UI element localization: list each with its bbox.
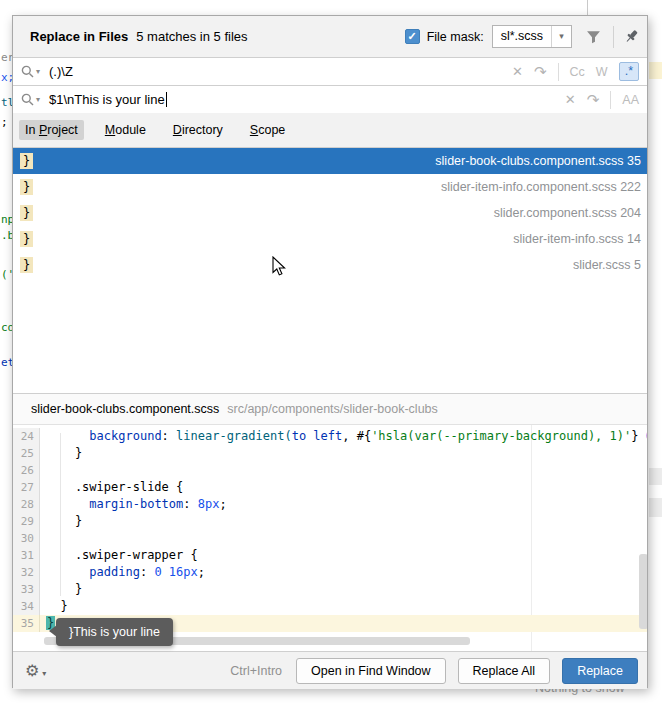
code-segment: background (89, 429, 161, 443)
replace-history-icon[interactable]: ↷ (587, 93, 600, 106)
line-number: 35 (13, 615, 40, 632)
regex-toggle[interactable]: .* (619, 62, 639, 81)
result-file-label: slider-item-info.component.scss 222 (441, 180, 641, 194)
code-segment: linear-gradient( (176, 429, 292, 443)
pin-icon (624, 29, 639, 44)
match-text: } (20, 153, 33, 169)
settings-button[interactable]: ⚙▾ (25, 663, 39, 679)
code-text: .swiper-slide { (40, 479, 647, 496)
code-segment: 'hsla(var(--primary-background), 1)' (371, 429, 631, 443)
code-line[interactable]: 24 background: linear-gradient(to left, … (13, 428, 647, 445)
replace-in-files-dialog: Replace in Files 5 matches in 5 files ✓ … (12, 15, 648, 688)
clear-replace-icon[interactable]: ✕ (565, 93, 576, 106)
tab-mnemonic: P (39, 123, 47, 137)
code-text: } (40, 598, 647, 615)
scope-tabs: In ProjectModuleDirectoryScope (13, 113, 647, 147)
code-segment (46, 429, 89, 443)
code-segment (46, 565, 89, 579)
replacement-preview-tooltip: }This is your line (56, 618, 173, 646)
code-text (40, 462, 647, 479)
result-row[interactable]: }slider-book-clubs.component.scss 35 (13, 148, 647, 174)
code-line[interactable]: 32 padding: 0 16px; (13, 564, 647, 581)
filter-button[interactable] (586, 29, 601, 44)
file-mask-value[interactable]: sl*.scss (493, 26, 551, 47)
tab-module[interactable]: Module (99, 120, 152, 140)
line-number: 25 (13, 445, 40, 462)
header-divider (613, 26, 614, 48)
code-text: padding: 0 16px; (40, 564, 647, 581)
code-segment: ; (198, 565, 205, 579)
code-segment: ; (219, 497, 226, 511)
result-row[interactable]: }slider.scss 5 (13, 252, 647, 278)
code-line[interactable]: 30 (13, 530, 647, 547)
field-divider (610, 91, 611, 109)
vertical-scrollbar[interactable] (639, 554, 647, 629)
code-segment: } (46, 446, 82, 460)
code-segment: margin-bottom (89, 497, 183, 511)
open-in-find-window-button[interactable]: Open in Find Window (296, 658, 446, 684)
code-line[interactable]: 25 } (13, 445, 647, 462)
underlying-code-fragment: ; (1, 117, 8, 129)
code-segment: 8px (198, 497, 220, 511)
dialog-header: Replace in Files 5 matches in 5 files ✓ … (13, 16, 647, 57)
search-query: (.)\Z (49, 64, 73, 79)
preview-header: slider-book-clubs.component.scss src/app… (13, 393, 647, 425)
replace-input[interactable]: ▾ $1\nThis is your line ✕ ↷ AA (13, 85, 647, 113)
search-input[interactable]: ▾ (.)\Z ✕ ↷ Cc W .* (13, 57, 647, 85)
chevron-down-icon[interactable]: ▾ (551, 26, 571, 47)
result-row[interactable]: }slider-item-info.component.scss 222 (13, 174, 647, 200)
underlying-ui-fragment (649, 468, 662, 485)
code-line[interactable]: 29 } (13, 513, 647, 530)
tab-in-project[interactable]: In Project (19, 120, 84, 140)
file-mask-combobox[interactable]: sl*.scss ▾ (492, 25, 572, 48)
chevron-down-icon: ▾ (36, 67, 40, 76)
code-segment: to left (292, 429, 343, 443)
file-mask-checkbox[interactable]: ✓ (405, 29, 420, 44)
replace-value: $1\nThis is your line (49, 92, 165, 107)
underlying-panel-divider (587, 0, 588, 15)
code-text: } (40, 581, 647, 598)
tab-scope[interactable]: Scope (244, 120, 291, 140)
preview-path: src/app/components/slider-book-clubs (227, 402, 438, 416)
code-segment: : (162, 429, 176, 443)
search-icon[interactable]: ▾ (21, 65, 40, 78)
code-segment: } (46, 599, 68, 613)
replace-field-icon[interactable]: ▾ (21, 93, 40, 106)
code-text (40, 530, 647, 547)
shortcut-hint: Ctrl+Intro (230, 664, 282, 678)
pin-button[interactable] (624, 29, 639, 44)
result-row[interactable]: }slider.component.scss 204 (13, 200, 647, 226)
code-segment: padding (89, 565, 140, 579)
replace-all-button[interactable]: Replace All (458, 658, 551, 684)
code-line[interactable]: 34 } (13, 598, 647, 615)
match-case-toggle[interactable]: Cc (570, 65, 585, 79)
code-line[interactable]: 31 .swiper-wrapper { (13, 547, 647, 564)
dialog-title: Replace in Files (30, 29, 128, 44)
replace-button[interactable]: Replace (562, 658, 638, 684)
line-number: 33 (13, 581, 40, 598)
tab-directory[interactable]: Directory (167, 120, 229, 140)
code-text: background: linear-gradient(to left, #{'… (40, 428, 647, 445)
chevron-down-icon: ▾ (42, 666, 46, 682)
code-line[interactable]: 27 .swiper-slide { (13, 479, 647, 496)
code-segment: 0 16px (154, 565, 197, 579)
filter-icon (586, 29, 601, 44)
result-row[interactable]: }slider-item-info.scss 14 (13, 226, 647, 252)
code-line[interactable]: 33 } (13, 581, 647, 598)
code-line[interactable]: 26 (13, 462, 647, 479)
search-history-icon[interactable]: ↷ (534, 65, 547, 78)
field-divider (558, 63, 559, 81)
clear-search-icon[interactable]: ✕ (512, 65, 523, 78)
whole-words-toggle[interactable]: W (596, 65, 608, 79)
code-line[interactable]: 28 margin-bottom: 8px; (13, 496, 647, 513)
code-segment: .swiper-slide { (46, 480, 183, 494)
code-segment: } (46, 514, 82, 528)
code-segment: .swiper-wrapper { (46, 548, 198, 562)
result-file-label: slider.component.scss 204 (494, 206, 641, 220)
underlying-ui-fragment (649, 498, 662, 517)
code-segment: 0% (646, 429, 647, 443)
line-number: 29 (13, 513, 40, 530)
line-number: 30 (13, 530, 40, 547)
match-text: } (20, 205, 33, 221)
preserve-case-toggle[interactable]: AA (622, 93, 639, 107)
